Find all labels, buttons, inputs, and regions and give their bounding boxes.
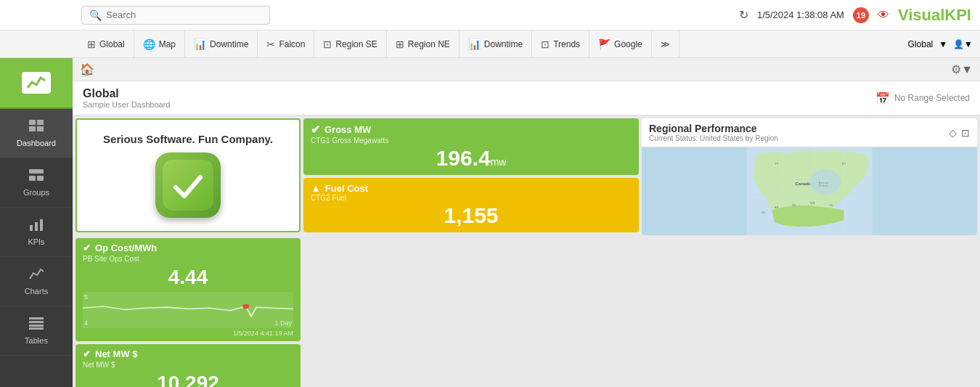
svg-text:MB: MB: [810, 201, 815, 205]
nav-tab-google[interactable]: 🚩 Google: [589, 30, 652, 57]
home-button[interactable]: 🏠: [80, 62, 94, 76]
main-layout: Dashboard Groups KPIs Charts Tables: [0, 58, 980, 387]
svg-rect-1: [37, 120, 44, 125]
svg-rect-9: [40, 219, 43, 231]
search-input[interactable]: [106, 9, 251, 20]
nav-tab-downtime[interactable]: 📊 Downtime: [185, 30, 258, 57]
opcost-value: 4.44: [83, 266, 293, 289]
breadcrumb-right: ⚙▼: [951, 62, 973, 76]
opcost-chart-min: 4: [84, 319, 88, 327]
promo-text: Serious Software. Fun Company.: [103, 133, 273, 145]
gross-check-icon: ✔: [311, 123, 320, 137]
svg-text:SK: SK: [792, 203, 796, 207]
svg-rect-7: [30, 225, 33, 231]
regional-subtitle: Current Status: United States by Region: [649, 134, 778, 142]
global-tab-icon: ⊞: [87, 38, 96, 50]
dashboard-title: Global: [83, 87, 170, 100]
nav-tab-downtime2-label: Downtime: [484, 39, 523, 49]
global-select-icon[interactable]: ▼: [939, 39, 947, 49]
nav-tab-falcon[interactable]: ✂ Falcon: [258, 30, 314, 57]
nav-global-label: Global: [908, 39, 934, 49]
svg-rect-3: [37, 126, 44, 131]
nav-tab-trends[interactable]: ⊡ Trends: [532, 30, 589, 57]
svg-rect-8: [35, 222, 38, 231]
nav-tabs: ⊞ Global 🌐 Map 📊 Downtime ✂ Falcon ⊡ Reg…: [0, 30, 980, 58]
no-range-label: No Range Selected: [894, 93, 970, 103]
sidebar-item-charts[interactable]: Charts: [0, 257, 73, 306]
svg-rect-6: [37, 176, 44, 181]
svg-rect-11: [29, 321, 44, 323]
groups-icon: [28, 168, 44, 185]
svg-rect-2: [29, 126, 36, 131]
map-container: Canadá NT YT MB SK AB BC NL Baia de Huds…: [642, 147, 977, 235]
sidebar-item-groups[interactable]: Groups: [0, 158, 73, 208]
promo-logo-inner: [163, 160, 213, 211]
search-box[interactable]: 🔍: [81, 6, 270, 25]
nav-tab-google-label: Google: [614, 39, 642, 49]
refresh-button[interactable]: ↻: [739, 8, 748, 22]
nav-tab-region-se-label: Region SE: [335, 39, 377, 49]
nav-tab-downtime-label: Downtime: [210, 39, 248, 49]
sidebar: Dashboard Groups KPIs Charts Tables: [0, 58, 73, 387]
dashboard-subtitle: Sample User Dashboard: [83, 100, 170, 109]
trends-tab-icon: ⊡: [541, 38, 550, 50]
kpis-icon: [28, 218, 44, 235]
regional-widget: Regional Performance Current Status: Uni…: [642, 118, 977, 235]
layer-button[interactable]: ◇: [949, 127, 957, 139]
fuel-arrow-icon: ▲: [311, 182, 321, 194]
settings-button[interactable]: ⚙▼: [951, 63, 973, 76]
opcost-sparkline: 5 4 1 Day: [83, 292, 293, 328]
promo-widget: Serious Software. Fun Company.: [75, 118, 301, 232]
content-area: 🏠 ⚙▼ Global Sample User Dashboard 📅 No R…: [73, 58, 980, 387]
expand-map-button[interactable]: ⊡: [961, 127, 970, 139]
kpi-netmw[interactable]: ✔ Net MW $ Net MW $ 10,292 11325 9465 1 …: [75, 344, 301, 387]
nav-user-icon[interactable]: 👤▼: [953, 39, 973, 49]
nav-tab-downtime2[interactable]: 📊 Downtime: [460, 30, 532, 57]
more-tabs-icon: ≫: [661, 39, 670, 49]
nav-tab-global[interactable]: ⊞ Global: [78, 30, 134, 57]
nav-tab-more[interactable]: ≫: [652, 30, 679, 57]
map-tab-icon: 🌐: [143, 38, 155, 50]
nav-tab-region-se[interactable]: ⊡ Region SE: [314, 30, 386, 57]
dashboard-icon: [28, 119, 44, 136]
nav-tab-region-ne[interactable]: ⊞ Region NE: [387, 30, 460, 57]
search-icon: 🔍: [89, 9, 102, 21]
svg-rect-13: [29, 327, 44, 330]
netmw-value: 10,292: [83, 372, 293, 387]
falcon-tab-icon: ✂: [266, 38, 275, 50]
sidebar-item-kpis[interactable]: KPIs: [0, 208, 73, 257]
kpi-column: ✔ Gross MW CTG1 Gross Megawatts 196.4mw …: [303, 118, 639, 232]
gross-title: Gross MW: [324, 124, 371, 135]
opcost-timestamp: 1/5/2024 4:41:19 AM: [83, 330, 293, 337]
netmw-subtitle: Net MW $: [83, 361, 293, 369]
alert-count-badge[interactable]: 19: [853, 7, 869, 23]
regional-actions: ◇ ⊡: [949, 127, 970, 139]
datetime-display: 1/5/2024 1:38:08 AM: [757, 9, 844, 20]
nav-tab-global-label: Global: [99, 39, 125, 49]
sidebar-item-tables[interactable]: Tables: [0, 306, 73, 356]
calendar-icon[interactable]: 📅: [875, 91, 890, 105]
svg-rect-5: [29, 176, 36, 181]
nav-tab-map-label: Map: [159, 39, 176, 49]
nav-right: Global ▼ 👤▼: [908, 39, 980, 49]
sidebar-item-dashboard[interactable]: Dashboard: [0, 109, 73, 158]
map-svg: Canadá NT YT MB SK AB BC NL Baia de Huds…: [642, 147, 977, 235]
netmw-check-icon: ✔: [83, 349, 91, 359]
svg-text:Hudson: Hudson: [819, 184, 828, 187]
sidebar-item-charts-label: Charts: [25, 287, 48, 296]
promo-logo: [155, 152, 221, 218]
dashboard-header: Global Sample User Dashboard 📅 No Range …: [73, 81, 980, 115]
kpi-fuel-cost[interactable]: ▲ Fuel Cost CTG2 Fuel 1,155: [303, 178, 639, 232]
nav-tab-region-ne-label: Region NE: [408, 39, 450, 49]
tables-icon: [28, 317, 44, 333]
svg-text:NT: NT: [842, 162, 846, 166]
regional-header: Regional Performance Current Status: Uni…: [642, 118, 977, 147]
svg-rect-12: [29, 325, 44, 327]
kpi-opcost[interactable]: ✔ Op Cost/MWh PB Site Ops Cost 4.44 5 4 …: [75, 238, 301, 341]
region-se-tab-icon: ⊡: [323, 38, 332, 50]
regional-title: Regional Performance: [649, 123, 778, 134]
opcost-subtitle: PB Site Ops Cost: [83, 255, 293, 263]
nav-tab-map[interactable]: 🌐 Map: [134, 30, 185, 57]
svg-text:Canadá: Canadá: [795, 182, 811, 186]
kpi-gross-mw[interactable]: ✔ Gross MW CTG1 Gross Megawatts 196.4mw: [303, 118, 639, 175]
